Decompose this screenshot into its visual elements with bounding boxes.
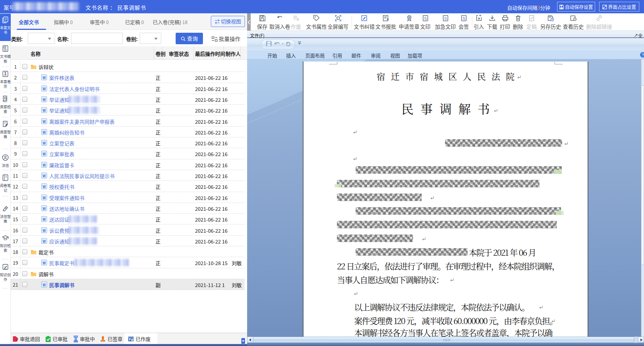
svg-text:x: x xyxy=(132,338,133,341)
svg-text:S: S xyxy=(424,16,426,21)
svg-text:S: S xyxy=(444,16,446,21)
